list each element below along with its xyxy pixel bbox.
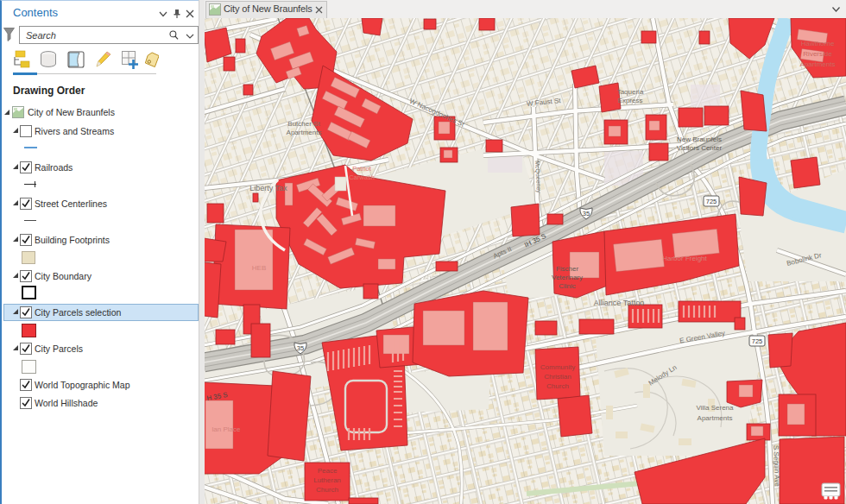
svg-text:Apartments: Apartments bbox=[800, 60, 836, 68]
svg-text:Liberty Tax: Liberty Tax bbox=[249, 184, 287, 192]
svg-text:Taqueria: Taqueria bbox=[617, 88, 644, 96]
svg-text:Visitors Center: Visitors Center bbox=[677, 144, 723, 152]
svg-text:Apartments: Apartments bbox=[698, 414, 733, 422]
svg-text:Hawthorne: Hawthorne bbox=[801, 40, 835, 47]
svg-text:Veterinary: Veterinary bbox=[552, 274, 583, 281]
svg-text:Community: Community bbox=[540, 363, 575, 371]
svg-text:Christian: Christian bbox=[544, 373, 571, 381]
svg-text:Express: Express bbox=[618, 97, 643, 104]
svg-text:725: 725 bbox=[752, 337, 763, 345]
svg-text:Church: Church bbox=[546, 382, 569, 390]
svg-text:Peace: Peace bbox=[318, 467, 338, 475]
svg-text:lan Place: lan Place bbox=[212, 425, 241, 433]
svg-text:Clinic: Clinic bbox=[559, 282, 576, 290]
svg-text:S Seguin Ave: S Seguin Ave bbox=[772, 445, 781, 488]
svg-text:Lutheran: Lutheran bbox=[313, 476, 341, 484]
svg-text:New Braunfels: New Braunfels bbox=[677, 135, 722, 143]
svg-text:Alliance Tattoo: Alliance Tattoo bbox=[594, 299, 644, 307]
svg-text:Fischer: Fischer bbox=[556, 265, 579, 273]
svg-text:Church: Church bbox=[316, 486, 338, 494]
svg-text:Patriot: Patriot bbox=[352, 165, 372, 173]
svg-text:Butcher St: Butcher St bbox=[287, 120, 320, 128]
svg-text:Villa Serena: Villa Serena bbox=[697, 404, 735, 412]
svg-text:Riverside: Riverside bbox=[803, 50, 832, 58]
svg-text:35: 35 bbox=[297, 344, 304, 352]
svg-text:Harbor Freight: Harbor Freight bbox=[662, 255, 707, 262]
svg-text:Carwash: Carwash bbox=[349, 173, 375, 181]
svg-text:35: 35 bbox=[583, 210, 590, 217]
svg-text:HEB: HEB bbox=[252, 264, 266, 272]
svg-text:Apartments: Apartments bbox=[287, 129, 322, 136]
svg-text:725: 725 bbox=[706, 198, 717, 205]
